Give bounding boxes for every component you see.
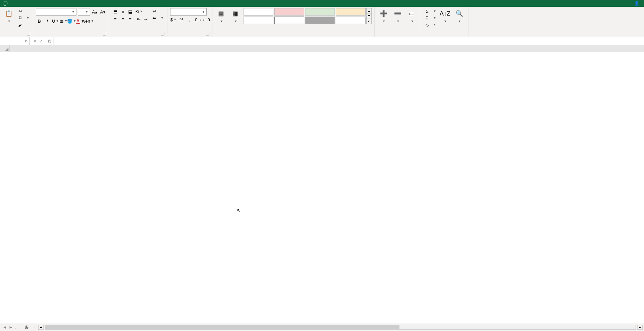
align-top-button[interactable]: ⬒ (112, 8, 119, 15)
lightbulb-icon (3, 1, 7, 6)
sigma-icon: Σ (424, 8, 430, 14)
horizontal-scrollbar[interactable] (45, 325, 636, 330)
format-painter-button[interactable]: 🖌 (17, 22, 30, 28)
fill-icon: ↧ (424, 15, 430, 21)
table-format-icon: ▦ (231, 9, 240, 18)
autosum-button[interactable]: Σ▼ (424, 8, 437, 14)
fx-icon[interactable]: fx (46, 37, 53, 45)
sheet-nav-next[interactable]: ► (9, 325, 13, 330)
decrease-font-button[interactable]: A▾ (99, 8, 106, 15)
style-calculation[interactable] (274, 17, 304, 24)
percent-format-button[interactable]: % (178, 16, 185, 23)
insert-icon: ➕ (379, 9, 388, 18)
decrease-decimal-button[interactable]: ←.0 (203, 16, 209, 23)
select-all-corner[interactable] (0, 45, 9, 52)
scroll-right-button[interactable]: ► (637, 325, 643, 330)
dialog-launcher-icon[interactable] (103, 32, 106, 35)
align-center-button[interactable]: ≡ (119, 16, 126, 22)
menu-tabs: 👤 (0, 0, 644, 7)
styles-more[interactable]: ▲▼▾ (366, 8, 372, 24)
enter-formula-icon[interactable]: ✓ (39, 39, 43, 44)
worksheet-grid[interactable]: ↖ (0, 45, 644, 323)
style-good[interactable] (305, 8, 335, 16)
align-right-button[interactable]: ≡ (127, 16, 134, 22)
search-icon: 🔍 (455, 9, 464, 18)
style-explanatory[interactable] (336, 17, 366, 24)
comma-format-button[interactable]: , (186, 16, 193, 23)
increase-decimal-button[interactable]: .0→ (194, 16, 201, 23)
eraser-icon: ◇ (424, 22, 430, 27)
italic-button[interactable]: I (44, 18, 51, 24)
share-button[interactable]: 👤 (631, 1, 644, 6)
merge-icon: ⬌ (152, 15, 157, 21)
cond-format-icon: ▤ (216, 9, 226, 18)
merge-center-button[interactable]: ⬌▼ (151, 15, 164, 21)
style-normal[interactable] (244, 8, 273, 16)
wrap-icon: ↩ (152, 8, 157, 14)
format-icon: ▭ (407, 9, 417, 18)
align-left-button[interactable]: ≡ (112, 16, 119, 22)
sort-filter-button[interactable]: A↓Z▼ (439, 8, 451, 24)
cell-styles-gallery[interactable] (244, 8, 366, 24)
bold-button[interactable]: B (36, 18, 43, 24)
tell-me[interactable] (3, 1, 9, 6)
clear-button[interactable]: ◇▼ (424, 22, 437, 28)
decrease-indent-button[interactable]: ⇤ (136, 16, 142, 22)
increase-indent-button[interactable]: ⇥ (142, 16, 149, 22)
fill-button[interactable]: ↧▼ (424, 15, 437, 21)
conditional-format-button[interactable]: ▤▼ (215, 8, 227, 24)
copy-button[interactable]: ⧉▼ (17, 15, 30, 21)
style-neutral[interactable] (336, 8, 366, 16)
sheet-bar: ◄ ► … ⊕ ⋮ ◄ ► (0, 323, 644, 331)
style-bad[interactable] (274, 8, 304, 16)
dialog-launcher-icon[interactable] (206, 32, 209, 35)
cancel-formula-icon[interactable]: ✕ (33, 39, 37, 44)
accounting-format-button[interactable]: $▼ (170, 16, 177, 23)
cursor-icon: ↖ (237, 207, 241, 214)
find-select-button[interactable]: 🔍▼ (453, 8, 465, 24)
border-button[interactable]: ▦▼ (60, 18, 67, 24)
formula-bar: ▼ ✕ ✓ fx (0, 37, 644, 45)
align-middle-button[interactable]: ≡ (119, 8, 126, 15)
dialog-launcher-icon[interactable] (27, 32, 30, 35)
sort-icon: A↓Z (440, 9, 450, 18)
style-hyperlink[interactable] (244, 17, 273, 24)
phonetic-button[interactable]: wén▼ (85, 18, 91, 24)
name-box[interactable]: ▼ (0, 37, 30, 45)
ribbon: 📋 ▼ ✂ ⧉▼ 🖌 ▼ ▼ A▴ A▾ B (0, 7, 644, 37)
cut-button[interactable]: ✂ (17, 8, 30, 14)
format-cells-button[interactable]: ▭▼ (406, 8, 418, 24)
paste-button[interactable]: 📋 ▼ (3, 8, 15, 24)
dialog-launcher-icon[interactable] (161, 32, 164, 35)
scroll-left-button[interactable]: ◄ (38, 325, 44, 330)
font-size-select[interactable]: ▼ (78, 8, 90, 16)
increase-font-button[interactable]: A▴ (91, 8, 98, 15)
delete-cells-button[interactable]: ➖▼ (392, 8, 404, 24)
share-icon: 👤 (634, 1, 639, 6)
align-bottom-button[interactable]: ⬓ (127, 8, 134, 15)
style-check-cell[interactable] (305, 17, 335, 24)
add-sheet-button[interactable]: ⊕ (22, 324, 31, 330)
scissors-icon: ✂ (18, 8, 23, 14)
number-format-select[interactable]: ▼ (170, 8, 207, 16)
delete-icon: ➖ (393, 9, 402, 18)
sheet-nav-prev[interactable]: ◄ (3, 325, 7, 330)
copy-icon: ⧉ (18, 15, 23, 21)
fill-color-button[interactable]: 🪣▼ (68, 18, 75, 24)
brush-icon: 🖌 (18, 22, 23, 27)
paste-icon: 📋 (4, 9, 14, 18)
wrap-text-button[interactable]: ↩ (151, 8, 164, 14)
table-format-button[interactable]: ▦▼ (229, 8, 242, 24)
font-name-select[interactable]: ▼ (36, 8, 76, 16)
insert-cells-button[interactable]: ➕▼ (377, 8, 390, 24)
underline-button[interactable]: U▼ (52, 18, 59, 24)
orientation-button[interactable]: ⟲▼ (136, 8, 142, 15)
